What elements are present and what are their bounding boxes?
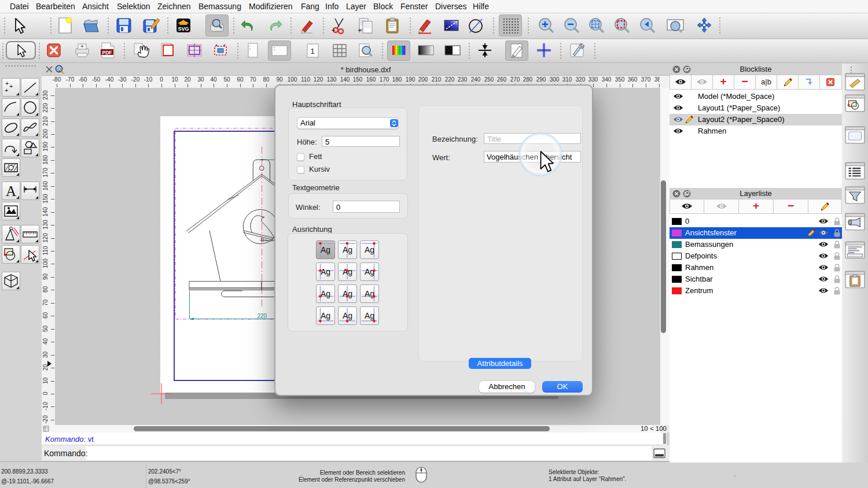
- svg-text:+: +: [358, 27, 362, 35]
- svg-text:Ag: Ag: [321, 245, 330, 254]
- svg-text:+: +: [9, 83, 13, 90]
- svg-text:+: +: [332, 27, 335, 34]
- svg-text:SVG: SVG: [178, 26, 189, 32]
- svg-text:Ag: Ag: [321, 267, 330, 276]
- svg-text:Ag: Ag: [365, 311, 374, 320]
- svg-text:Ag: Ag: [365, 245, 374, 254]
- svg-text:Ag: Ag: [343, 311, 352, 320]
- svg-text:A: A: [6, 183, 16, 199]
- svg-text:Ag: Ag: [321, 289, 330, 298]
- svg-text:+: +: [5, 80, 9, 87]
- svg-text:PDF: PDF: [102, 50, 112, 56]
- svg-text:Ag: Ag: [321, 311, 330, 320]
- svg-text:Ag: Ag: [343, 245, 352, 254]
- svg-text:220: 220: [258, 313, 267, 319]
- svg-text:1: 1: [310, 47, 314, 56]
- svg-text:Ag: Ag: [365, 267, 374, 276]
- svg-text:+: +: [5, 87, 8, 94]
